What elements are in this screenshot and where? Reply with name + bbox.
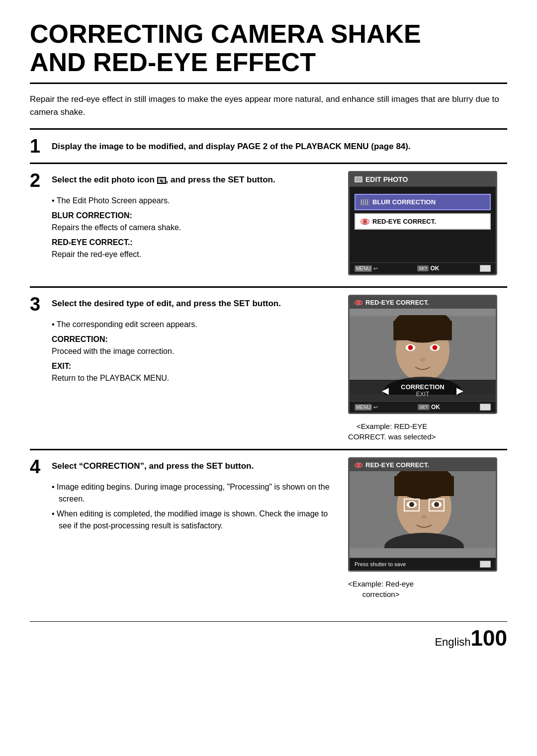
step2-body: • The Edit Photo Screen appears. BLUR CO… xyxy=(52,195,336,260)
menu-btn-icon: MENU xyxy=(355,265,372,272)
face-detection-svg xyxy=(350,471,496,548)
set-ok-button[interactable]: SET OK xyxy=(417,265,440,272)
step3-correction-text: Proceed with the image correction. xyxy=(52,345,336,357)
red-eye-result-screen: RED-EYE CORRECT. xyxy=(348,457,497,572)
screen2-ok-button[interactable]: SET OK xyxy=(418,404,440,411)
face-detection-area xyxy=(350,471,496,558)
step3-number: 3 xyxy=(30,295,46,314)
blur-correction-label: BLUR CORRECTION xyxy=(372,198,436,206)
screen3-footer: Press shutter to save xyxy=(350,558,496,570)
step4-body: • Image editing begins. During image pro… xyxy=(52,481,336,532)
face-image-area: ◀ CORRECTION EXIT ▶ xyxy=(350,309,496,401)
screen1-body: BLUR CORRECTION RED-EYE CORRECT. xyxy=(350,187,496,262)
screen2-titlebar: RED-EYE CORRECT. xyxy=(350,296,496,309)
step2-number: 2 xyxy=(30,171,46,190)
corr-right-arrow[interactable]: ▶ xyxy=(456,385,463,396)
step2-left: 2 Select the edit photo icon ✎, and pres… xyxy=(30,171,348,262)
blur-icon xyxy=(360,199,369,205)
language-label: English xyxy=(435,636,470,649)
blur-correction-item[interactable]: BLUR CORRECTION xyxy=(355,194,491,210)
screen1-title: EDIT PHOTO xyxy=(365,175,408,183)
red-eye-correct-label: RED-EYE CORRECT. xyxy=(372,218,436,225)
step3-section: 3 Select the desired type of edit, and p… xyxy=(30,286,507,449)
redeye-icon xyxy=(360,219,369,225)
step2-redeye-label: RED-EYE CORRECT.: xyxy=(52,237,336,249)
step2-redeye-text: Repair the red-eye effect. xyxy=(52,249,336,260)
correction-option[interactable]: CORRECTION xyxy=(401,383,444,391)
step3-title: Select the desired type of edit, and pre… xyxy=(52,296,281,308)
step3-correction-label: CORRECTION: xyxy=(52,334,336,345)
svg-point-7 xyxy=(408,345,413,350)
menu-back-arrow: ↩ xyxy=(373,265,378,272)
step4-section: 4 Select “CORRECTION”, and press the SET… xyxy=(30,449,507,606)
svg-point-18 xyxy=(409,502,414,507)
step1-number: 1 xyxy=(30,137,46,156)
svg-rect-3 xyxy=(393,321,452,340)
step2-blur-text: Repairs the effects of camera shake. xyxy=(52,222,336,234)
screen3-redeye-icon xyxy=(355,463,362,468)
step4-number: 4 xyxy=(30,457,46,476)
screen2-menu-button[interactable]: MENU ↩ xyxy=(355,404,378,411)
step3-body: • The corresponding edit screen appears.… xyxy=(52,319,336,384)
screen1-titlebar: EDIT PHOTO xyxy=(350,172,496,187)
screen2-title: RED-EYE CORRECT. xyxy=(365,299,429,306)
screen3-caption: <Example: Red-eyecorrection> xyxy=(348,579,414,599)
page-footer: English 100 xyxy=(30,621,507,651)
step2-bullet1: • The Edit Photo Screen appears. xyxy=(52,195,336,207)
svg-point-9 xyxy=(433,345,438,350)
intro-text: Repair the red-eye effect in still image… xyxy=(30,93,507,118)
corr-left-arrow[interactable]: ◀ xyxy=(382,385,389,396)
step2-blur-label: BLUR CORRECTION: xyxy=(52,210,336,222)
title-section: CORRECTING CAMERA SHAKE AND RED-EYE EFFE… xyxy=(30,20,507,84)
red-eye-correct-item[interactable]: RED-EYE CORRECT. xyxy=(355,213,491,230)
step2-title: Select the edit photo icon ✎, and press … xyxy=(52,172,275,184)
main-title: CORRECTING CAMERA SHAKE AND RED-EYE EFFE… xyxy=(30,20,507,77)
step3-exit-label: EXIT: xyxy=(52,360,336,372)
screen1-footer: MENU ↩ SET OK xyxy=(350,262,496,274)
step4-bullet1: • Image editing begins. During image pro… xyxy=(52,481,336,505)
step3-right: RED-EYE CORRECT. xyxy=(348,295,507,442)
screen3-title: RED-EYE CORRECT. xyxy=(365,461,429,469)
set-btn-icon: SET xyxy=(417,265,429,271)
redeye-title-icon xyxy=(355,300,362,305)
screen2-corner-box xyxy=(480,404,491,411)
step1-title: Display the image to be modified, and di… xyxy=(52,137,411,153)
step4-title: Select “CORRECTION”, and press the SET b… xyxy=(52,458,254,471)
step4-bullet2: • When editing is completed, the modifie… xyxy=(52,508,336,532)
screen2-caption: <Example: RED-EYECORRECT. was selected> xyxy=(348,421,436,442)
step4-left: 4 Select “CORRECTION”, and press the SET… xyxy=(30,457,348,534)
menu-button[interactable]: MENU ↩ xyxy=(355,265,378,272)
edit-icon xyxy=(355,176,362,182)
exit-option[interactable]: EXIT xyxy=(416,391,430,398)
press-shutter-text: Press shutter to save xyxy=(355,561,406,567)
step1-section: 1 Display the image to be modified, and … xyxy=(30,128,507,163)
page-number: 100 xyxy=(471,626,507,651)
screen3-titlebar: RED-EYE CORRECT. xyxy=(350,459,496,471)
step3-exit-text: Return to the PLAYBACK MENU. xyxy=(52,372,336,384)
red-eye-select-screen: RED-EYE CORRECT. xyxy=(348,295,497,414)
step2-section: 2 Select the edit photo icon ✎, and pres… xyxy=(30,163,507,286)
svg-point-21 xyxy=(421,515,427,519)
screen2-footer: MENU ↩ SET OK xyxy=(350,401,496,413)
screen3-corner-box xyxy=(480,561,491,568)
screen1-corner-box xyxy=(480,265,491,272)
step3-bullet1: • The corresponding edit screen appears. xyxy=(52,319,336,331)
svg-point-20 xyxy=(434,502,439,507)
step2-right: EDIT PHOTO BLUR CORRECTION RED-EYE CORRE… xyxy=(348,171,507,279)
svg-point-10 xyxy=(420,358,426,362)
svg-rect-14 xyxy=(394,476,454,496)
step3-left: 3 Select the desired type of edit, and p… xyxy=(30,295,348,386)
step4-right: RED-EYE CORRECT. xyxy=(348,457,507,599)
edit-photo-screen: EDIT PHOTO BLUR CORRECTION RED-EYE CORRE… xyxy=(348,171,497,275)
ok-label: OK xyxy=(430,265,439,272)
